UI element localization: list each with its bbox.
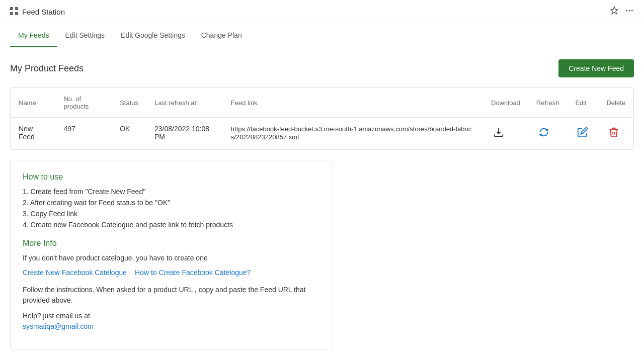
help-label: Help? just email us at: [23, 312, 90, 320]
app-title: Feed Station: [22, 8, 65, 16]
feed-products: 497: [55, 118, 112, 150]
tab-change-plan[interactable]: Change Plan: [193, 24, 250, 47]
table-row: New Feed 497 OK 23/08/2022 10:08 PM http…: [11, 118, 633, 150]
page-title: My Product Feeds: [10, 63, 84, 74]
delete-button[interactable]: [606, 125, 621, 142]
svg-rect-2: [10, 12, 13, 15]
col-header-delete: Delete: [598, 88, 633, 118]
feed-edit-cell: [567, 118, 598, 150]
how-to-use-section: How to use 1. Create feed from "Create N…: [10, 160, 332, 349]
step-4: 4. Create new Facebook Catelogue and pas…: [23, 221, 319, 229]
col-header-products: No. of products: [55, 88, 112, 118]
tabs-nav: My Feeds Edit Settings Edit Google Setti…: [0, 24, 644, 47]
refresh-button[interactable]: [536, 125, 551, 142]
feed-download-cell: [483, 118, 528, 150]
how-to-use-title: How to use: [23, 172, 319, 182]
how-to-create-catalogue-link[interactable]: How to Create Facebook Catelogue?: [135, 268, 251, 277]
more-info-links: Create New Facebook Catelogue How to Cre…: [23, 268, 319, 277]
svg-rect-1: [15, 7, 18, 10]
create-new-feed-button[interactable]: Create New Feed: [558, 59, 634, 77]
col-header-feed-link: Feed link: [223, 88, 483, 118]
more-info-title: More Info: [23, 239, 319, 248]
follow-instructions-text: Follow the instructions. When asked for …: [23, 285, 319, 306]
col-header-download: Download: [483, 88, 528, 118]
feed-name: New Feed: [11, 118, 55, 150]
step-3: 3. Copy Feed link: [23, 210, 319, 218]
svg-rect-0: [10, 7, 13, 10]
tab-edit-google-settings[interactable]: Edit Google Settings: [113, 24, 193, 47]
download-button[interactable]: [491, 125, 506, 142]
feeds-table-container: Name No. of products Status Last refresh…: [10, 87, 634, 150]
step-2: 2. After creating wait for Feed status t…: [23, 199, 319, 207]
pin-icon[interactable]: [610, 6, 619, 18]
more-info-text: If you don't have product catelogue, you…: [23, 253, 319, 263]
feed-refresh-cell: [528, 118, 568, 150]
help-text: Help? just email us at sysmatiqa@gmail.c…: [23, 311, 319, 332]
feeds-table: Name No. of products Status Last refresh…: [11, 88, 633, 149]
edit-button[interactable]: [575, 125, 590, 142]
feed-link-text: https://facebook-feed-bucket.s3.me-south…: [231, 125, 471, 141]
grid-icon: [10, 7, 18, 17]
feed-delete-cell: [598, 118, 633, 150]
col-header-edit: Edit: [567, 88, 598, 118]
col-header-refresh-action: Refresh: [528, 88, 568, 118]
more-options-icon[interactable]: [625, 6, 634, 18]
col-header-refresh: Last refresh at: [146, 88, 223, 118]
svg-point-6: [631, 10, 633, 12]
tab-my-feeds[interactable]: My Feeds: [10, 24, 57, 47]
col-header-status: Status: [112, 88, 146, 118]
col-header-name: Name: [11, 88, 55, 118]
svg-point-4: [626, 10, 627, 12]
feed-link-cell: https://facebook-feed-bucket.s3.me-south…: [223, 118, 483, 150]
create-facebook-catalogue-link[interactable]: Create New Facebook Catelogue: [23, 268, 127, 277]
feed-status: OK: [112, 118, 146, 150]
svg-rect-3: [15, 12, 18, 15]
email-link[interactable]: sysmatiqa@gmail.com: [23, 322, 94, 330]
how-to-use-list: 1. Create feed from "Create New Feed" 2.…: [23, 188, 319, 229]
feed-last-refresh: 23/08/2022 10:08 PM: [146, 118, 223, 150]
tab-edit-settings[interactable]: Edit Settings: [57, 24, 113, 47]
step-1: 1. Create feed from "Create New Feed": [23, 188, 319, 196]
svg-point-5: [629, 10, 630, 12]
